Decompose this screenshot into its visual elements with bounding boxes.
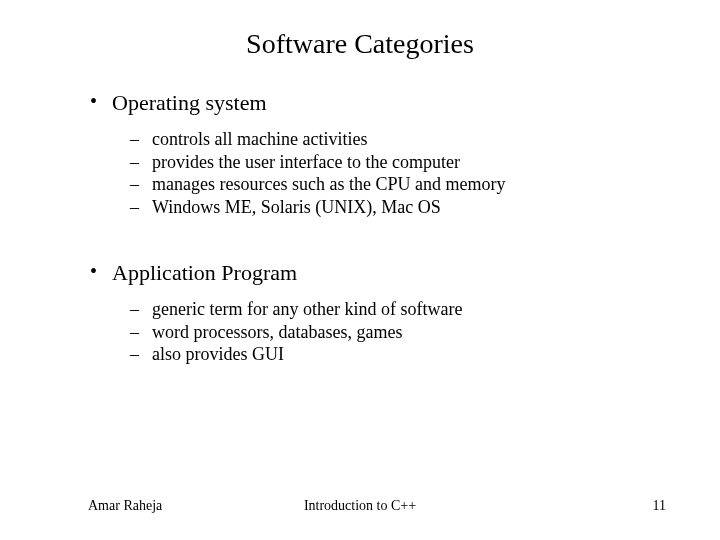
footer-author: Amar Raheja (88, 498, 162, 514)
footer-title: Introduction to C++ (304, 498, 416, 514)
sub-bullet-list: controls all machine activities provides… (112, 128, 670, 218)
sub-bullet-item: generic term for any other kind of softw… (130, 298, 670, 321)
sub-bullet-item: word processors, databases, games (130, 321, 670, 344)
bullet-label: Application Program (112, 260, 297, 285)
bullet-item: Application Program generic term for any… (90, 260, 670, 366)
sub-bullet-list: generic term for any other kind of softw… (112, 298, 670, 366)
sub-bullet-item: also provides GUI (130, 343, 670, 366)
footer-page-number: 11 (653, 498, 666, 514)
bullet-list: Operating system controls all machine ac… (50, 90, 670, 218)
slide: Software Categories Operating system con… (0, 0, 720, 540)
footer: Amar Raheja Introduction to C++ 11 (0, 498, 720, 514)
spacer (50, 226, 670, 260)
bullet-list: Application Program generic term for any… (50, 260, 670, 366)
sub-bullet-item: controls all machine activities (130, 128, 670, 151)
bullet-item: Operating system controls all machine ac… (90, 90, 670, 218)
sub-bullet-item: Windows ME, Solaris (UNIX), Mac OS (130, 196, 670, 219)
bullet-label: Operating system (112, 90, 267, 115)
sub-bullet-item: provides the user interface to the compu… (130, 151, 670, 174)
slide-title: Software Categories (50, 28, 670, 60)
sub-bullet-item: manages resources such as the CPU and me… (130, 173, 670, 196)
